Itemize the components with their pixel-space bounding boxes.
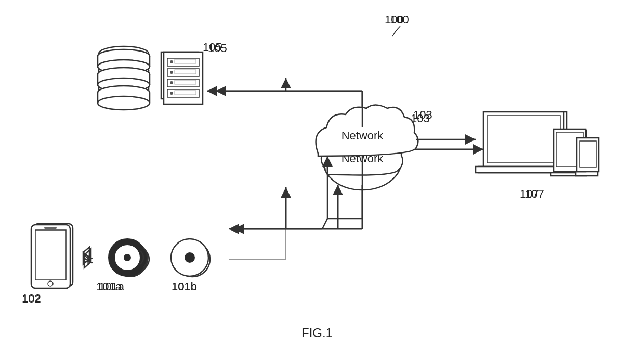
svg-marker-130 bbox=[465, 134, 476, 145]
svg-marker-128 bbox=[281, 78, 291, 88]
svg-point-86 bbox=[98, 96, 150, 110]
svg-rect-87 bbox=[164, 52, 203, 104]
svg-marker-134 bbox=[229, 224, 239, 234]
svg-line-135 bbox=[322, 219, 327, 229]
svg-marker-126 bbox=[216, 86, 226, 96]
svg-text:101b: 101b bbox=[172, 280, 197, 293]
svg-text:101a: 101a bbox=[99, 280, 125, 293]
svg-text:107: 107 bbox=[525, 187, 544, 200]
svg-point-98 bbox=[170, 92, 173, 95]
svg-text:FIG.1: FIG.1 bbox=[301, 326, 333, 340]
svg-text:105: 105 bbox=[208, 42, 227, 55]
svg-rect-114 bbox=[44, 227, 57, 229]
svg-text:Network: Network bbox=[341, 129, 384, 142]
svg-text:103: 103 bbox=[413, 108, 432, 121]
svg-point-89 bbox=[170, 60, 173, 63]
svg-text:102: 102 bbox=[22, 292, 41, 305]
svg-text:100: 100 bbox=[385, 13, 404, 26]
svg-point-122 bbox=[185, 252, 195, 263]
arrows-svg: 105 100 Network 103 107 102 bbox=[0, 0, 644, 358]
svg-rect-113 bbox=[35, 230, 66, 280]
diagram-container: 100 105 bbox=[0, 0, 644, 358]
svg-point-119 bbox=[124, 254, 131, 261]
svg-point-92 bbox=[170, 71, 173, 74]
svg-marker-132 bbox=[322, 156, 333, 167]
svg-rect-105 bbox=[487, 116, 560, 163]
svg-rect-110 bbox=[580, 141, 596, 167]
svg-point-95 bbox=[170, 81, 173, 84]
